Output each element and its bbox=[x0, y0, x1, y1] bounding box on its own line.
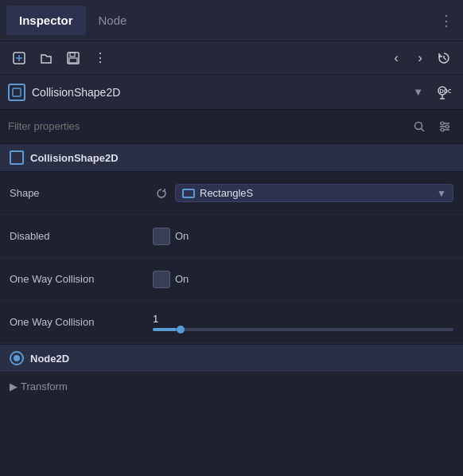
new-script-icon[interactable] bbox=[8, 47, 30, 69]
shape-dropdown[interactable]: RectangleS ▼ bbox=[175, 184, 453, 202]
svg-line-7 bbox=[444, 58, 446, 60]
nav-forward-button[interactable]: › bbox=[409, 47, 431, 69]
node-selector: CollisionShape2D ▼ DOC bbox=[0, 75, 463, 110]
one-way-collision-label: One Way Collision bbox=[10, 273, 153, 285]
filter-bar bbox=[0, 110, 463, 143]
shape-label: Shape bbox=[10, 187, 153, 199]
tab-more-icon[interactable]: ⋮ bbox=[439, 12, 455, 29]
transform-label: Transform bbox=[21, 380, 68, 392]
svg-point-19 bbox=[445, 125, 449, 128]
shape-dropdown-icon bbox=[182, 189, 195, 198]
one-way-collision-checkbox[interactable] bbox=[153, 271, 170, 288]
more-options-icon[interactable]: ⋮ bbox=[89, 47, 111, 69]
one-way-collision-margin-row: One Way Collision 1 bbox=[0, 301, 463, 344]
disabled-value: On bbox=[153, 228, 453, 245]
disabled-toggle-label: On bbox=[175, 230, 189, 242]
collision-shape-header-icon bbox=[10, 150, 24, 165]
svg-point-20 bbox=[441, 128, 444, 131]
collision-shape-section-header: CollisionShape2D bbox=[0, 143, 463, 172]
node-selector-dropdown-icon[interactable]: ▼ bbox=[413, 86, 423, 98]
svg-line-14 bbox=[422, 128, 425, 131]
settings-icon[interactable] bbox=[434, 116, 455, 137]
tab-inspector[interactable]: Inspector bbox=[6, 6, 86, 35]
svg-point-18 bbox=[441, 122, 444, 125]
shape-reset-icon[interactable] bbox=[153, 185, 170, 202]
doc-icon[interactable]: DOC bbox=[430, 80, 455, 105]
one-way-collision-property-row: One Way Collision On bbox=[0, 258, 463, 301]
disabled-label: Disabled bbox=[10, 230, 153, 242]
slider-fill bbox=[153, 328, 177, 331]
filter-input[interactable] bbox=[8, 120, 403, 132]
nav-back-button[interactable]: ‹ bbox=[385, 47, 407, 69]
disabled-checkbox[interactable] bbox=[153, 228, 170, 245]
bottom-partial-row: ▶ Transform bbox=[0, 373, 463, 400]
save-icon[interactable] bbox=[62, 47, 84, 69]
svg-rect-8 bbox=[13, 88, 21, 96]
slider-track[interactable] bbox=[153, 328, 453, 331]
open-file-icon[interactable] bbox=[35, 47, 57, 69]
node2d-dot bbox=[14, 355, 20, 361]
disabled-property-row: Disabled On bbox=[0, 215, 463, 258]
shape-dropdown-label: RectangleS bbox=[200, 187, 432, 199]
svg-text:DOC: DOC bbox=[440, 88, 452, 94]
shape-value: RectangleS ▼ bbox=[153, 184, 453, 202]
nav-group: ‹ › bbox=[385, 47, 455, 69]
tab-bar: Inspector Node ⋮ bbox=[0, 0, 463, 41]
node2d-header-icon bbox=[10, 351, 24, 365]
transform-expand[interactable]: ▶ Transform bbox=[10, 380, 68, 392]
search-icon[interactable] bbox=[409, 116, 430, 137]
svg-rect-5 bbox=[69, 58, 77, 63]
toolbar: ⋮ ‹ › bbox=[0, 41, 463, 75]
shape-dropdown-arrow: ▼ bbox=[437, 188, 446, 199]
collision-shape-header-label: CollisionShape2D bbox=[30, 152, 119, 164]
node-type-label: CollisionShape2D bbox=[32, 86, 407, 99]
one-way-collision-toggle-label: On bbox=[175, 273, 189, 285]
filter-icons bbox=[409, 116, 455, 137]
one-way-collision-value: On bbox=[153, 271, 453, 288]
slider-thumb[interactable] bbox=[177, 326, 185, 334]
expand-arrow-icon: ▶ bbox=[10, 380, 18, 392]
one-way-collision-margin-value-area: 1 bbox=[153, 313, 453, 331]
one-way-collision-margin-label: One Way Collision bbox=[10, 316, 153, 328]
node-type-icon bbox=[8, 84, 25, 101]
svg-point-13 bbox=[415, 122, 422, 129]
tab-node[interactable]: Node bbox=[86, 6, 140, 35]
node2d-section-header: Node2D bbox=[0, 344, 463, 373]
one-way-collision-margin-value: 1 bbox=[153, 313, 453, 325]
history-icon[interactable] bbox=[433, 47, 455, 69]
node2d-header-label: Node2D bbox=[30, 353, 69, 365]
shape-property-row: Shape RectangleS ▼ bbox=[0, 172, 463, 215]
